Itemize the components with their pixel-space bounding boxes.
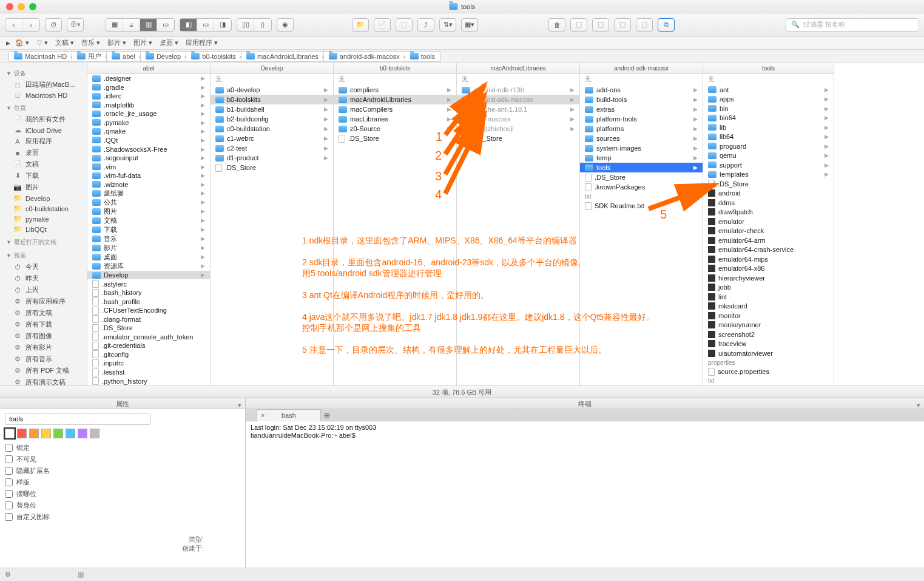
- file-row[interactable]: .sogouinput▶: [87, 154, 210, 163]
- file-row[interactable]: .DS_Store: [580, 172, 703, 182]
- file-row[interactable]: .matplotlib▶: [87, 101, 210, 110]
- list-view[interactable]: ≡: [123, 19, 140, 31]
- prop-checkbox[interactable]: 锁定: [5, 442, 240, 454]
- sidebar-item[interactable]: 📁LibQQt: [0, 224, 87, 234]
- file-row[interactable]: macAndroidLibraries▶: [334, 95, 456, 104]
- file-row[interactable]: monkeyrunner: [703, 321, 834, 330]
- file-row[interactable]: .vim-fuf-data▶: [87, 171, 210, 180]
- sidebar-item[interactable]: ⚙所有应用程序: [0, 296, 87, 307]
- sidebar-item[interactable]: ■桌面: [0, 147, 87, 158]
- file-row[interactable]: z0-Source▶: [334, 124, 456, 134]
- prop-checkbox[interactable]: 不可见: [5, 454, 240, 465]
- file-row[interactable]: 桌面▶: [87, 253, 210, 262]
- file-row[interactable]: b0-toolskits▶: [211, 95, 333, 104]
- file-row[interactable]: macLibraries▶: [334, 114, 456, 124]
- trash-button[interactable]: 🗑: [548, 18, 565, 32]
- file-row[interactable]: .pymake▶: [87, 118, 210, 127]
- breadcrumb[interactable]: 用户: [72, 51, 107, 62]
- file-row[interactable]: add-ons▶: [580, 85, 703, 95]
- favorite-item[interactable]: 影片 ▾: [104, 38, 130, 47]
- file-row[interactable]: hierarchyviewer: [703, 273, 834, 283]
- file-row[interactable]: .inputrc: [87, 359, 210, 368]
- file-row[interactable]: .ShadowsocksX-Free▶: [87, 144, 210, 154]
- sidebar-item[interactable]: ⚙所有演示文稿: [0, 376, 87, 386]
- prop-checkbox[interactable]: 样版: [5, 477, 240, 488]
- breadcrumb[interactable]: macAndroidLibraries: [241, 51, 324, 62]
- sidebar-group-header[interactable]: ▼搜索: [0, 248, 87, 261]
- column[interactable]: Develop无a0-develop▶b0-toolskits▶b1-build…: [211, 63, 334, 386]
- file-row[interactable]: .git-credentials: [87, 341, 210, 350]
- file-row[interactable]: 废纸篓▶: [87, 189, 210, 198]
- file-row[interactable]: emulator64-arm: [703, 236, 834, 245]
- file-row[interactable]: 图片▶: [87, 207, 210, 216]
- breadcrumb[interactable]: b0-toolskits: [186, 51, 241, 62]
- sidebar-group-header[interactable]: ▼位置: [0, 100, 87, 114]
- file-row[interactable]: android: [703, 189, 834, 199]
- sidebar-item[interactable]: ⚙所有文稿: [0, 307, 87, 319]
- sidebar-item[interactable]: ☁iCloud Drive: [0, 125, 87, 135]
- sidebar-item[interactable]: 📄文稿: [0, 158, 87, 170]
- file-row[interactable]: emulator: [703, 217, 834, 226]
- file-row[interactable]: java-macosx▶: [457, 114, 579, 124]
- file-row[interactable]: .emulator_console_auth_token: [87, 333, 210, 342]
- file-row[interactable]: .clang-format: [87, 315, 210, 324]
- file-row[interactable]: .DS_Store: [334, 134, 456, 143]
- file-row[interactable]: compliers▶: [334, 85, 456, 95]
- sidebar-item[interactable]: □Macintosh HD: [0, 90, 87, 100]
- term-tab-bash[interactable]: × bash: [257, 409, 321, 421]
- file-row[interactable]: 资源库▶: [87, 262, 210, 271]
- back-button[interactable]: ‹: [5, 19, 22, 31]
- prop-checkbox[interactable]: 隐藏扩展名: [5, 465, 240, 477]
- breadcrumb[interactable]: android-sdk-macosx: [323, 51, 405, 62]
- file-row[interactable]: c2-test▶: [211, 143, 333, 153]
- file-row[interactable]: 文稿▶: [87, 216, 210, 225]
- file-row[interactable]: .lesshst: [87, 368, 210, 377]
- sidebar-group-header[interactable]: ▼最近打开的文稿: [0, 234, 87, 248]
- gear-icon[interactable]: ⚙: [5, 571, 11, 579]
- titlebar[interactable]: tools: [0, 0, 924, 13]
- favorite-item[interactable]: ♡▾: [33, 38, 52, 47]
- file-row[interactable]: qemu▶: [703, 151, 834, 161]
- grid-button[interactable]: ▦▾: [461, 18, 478, 32]
- file-row[interactable]: bin64▶: [703, 114, 834, 123]
- sidebar-item[interactable]: 📷图片: [0, 182, 87, 193]
- favorite-item[interactable]: 图片 ▾: [130, 38, 156, 47]
- divider-icon[interactable]: ▥: [78, 571, 84, 579]
- close-button[interactable]: [6, 3, 13, 10]
- tag-swatch[interactable]: [78, 429, 87, 438]
- file-row[interactable]: .vim▶: [87, 162, 210, 171]
- search-field[interactable]: 🔍 过滤器 按名称: [786, 18, 919, 32]
- file-row[interactable]: monitor: [703, 311, 834, 321]
- props-menu[interactable]: ▾: [238, 399, 241, 410]
- sidebar-item[interactable]: ⏱昨天: [0, 273, 87, 284]
- file-row[interactable]: temp▶: [580, 153, 703, 163]
- file-row[interactable]: jobb: [703, 283, 834, 293]
- sidebar-item[interactable]: 📁pymake: [0, 214, 87, 224]
- compress-button[interactable]: ⬚: [570, 18, 587, 32]
- extract-button[interactable]: ⬚: [614, 18, 631, 32]
- sidebar-item[interactable]: ⚙所有影片: [0, 342, 87, 353]
- column[interactable]: android-sdk-macosx无add-ons▶build-tools▶e…: [580, 63, 703, 386]
- zoom-button[interactable]: [29, 3, 36, 10]
- file-row[interactable]: .DS_Store: [87, 324, 210, 333]
- file-row[interactable]: .gradle▶: [87, 83, 210, 92]
- file-row[interactable]: .bash_history: [87, 288, 210, 297]
- favorite-item[interactable]: 音乐 ▾: [78, 38, 104, 47]
- file-row[interactable]: build-tools▶: [580, 95, 703, 104]
- file-row[interactable]: proguard▶: [703, 141, 834, 151]
- file-row[interactable]: b1-buildshell▶: [211, 104, 333, 114]
- file-row[interactable]: ant▶: [703, 85, 834, 95]
- file-row[interactable]: draw9patch: [703, 208, 834, 217]
- sidebar-item[interactable]: A应用程序: [0, 135, 87, 147]
- gallery-view[interactable]: ▭: [157, 19, 174, 31]
- file-row[interactable]: templates▶: [703, 170, 834, 180]
- file-row[interactable]: .designer▶: [87, 74, 210, 83]
- breadcrumb[interactable]: Macintosh HD: [8, 51, 72, 62]
- terminal-output[interactable]: Last login: Sat Dec 23 15:02:19 on ttys0…: [246, 421, 924, 568]
- share-button[interactable]: ⤴: [417, 18, 434, 32]
- file-row[interactable]: .bash_profile: [87, 297, 210, 307]
- file-row[interactable]: d1-product▶: [211, 153, 333, 163]
- column[interactable]: abel.designer▶.gradle▶.idlerc▶.matplotli…: [87, 63, 211, 386]
- sidebar-item[interactable]: ⚙所有图像: [0, 330, 87, 342]
- file-row[interactable]: a0-develop▶: [211, 85, 333, 95]
